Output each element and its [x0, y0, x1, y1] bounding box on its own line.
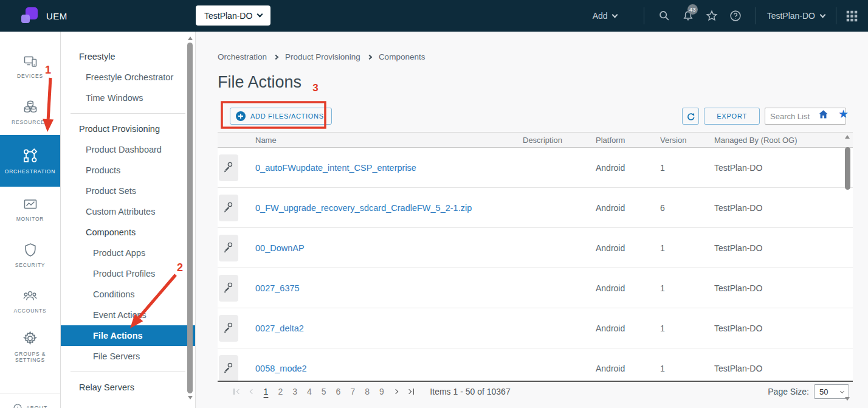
edit-pencil-icon[interactable]: [219, 235, 238, 261]
table-row[interactable]: 0027_6375 Android 1 TestPlan-DO: [218, 268, 853, 308]
chevron-left-icon: [249, 389, 254, 394]
chevron-right-icon: [393, 389, 398, 394]
file-action-name-link[interactable]: 0_FW_upgrade_recovery_sdcard_CradleFW_5_…: [243, 203, 523, 213]
notifications-bell-icon[interactable]: 43: [681, 9, 695, 22]
nav-item-products[interactable]: Products: [61, 160, 195, 181]
nav-item-product-dashboard[interactable]: Product Dashboard: [61, 139, 195, 160]
nav-header-components[interactable]: Components: [61, 222, 195, 243]
help-icon[interactable]: [729, 9, 742, 22]
table-row[interactable]: 0_FW_upgrade_recovery_sdcard_CradleFW_5_…: [218, 188, 853, 228]
last-page-button[interactable]: [407, 389, 415, 395]
add-menu-button[interactable]: Add: [593, 11, 617, 21]
scroll-up-arrow-icon[interactable]: [188, 36, 193, 40]
file-action-name-link[interactable]: 0_autoFWupdate_intent_CSP_enterprise: [243, 163, 523, 173]
account-selector[interactable]: TestPlan-DO: [767, 11, 825, 21]
nav-item-time-windows[interactable]: Time Windows: [61, 88, 195, 108]
sidebar-item-security[interactable]: SECURITY: [0, 232, 60, 278]
sidebar-item-orchestration[interactable]: ORCHESTRATION: [0, 135, 60, 187]
nav-item-freestyle-orchestrator[interactable]: Freestyle Orchestrator: [61, 67, 195, 88]
sidebar-item-devices[interactable]: DEVICES: [0, 44, 60, 89]
file-action-name-link[interactable]: 0058_mode2: [243, 364, 523, 373]
edit-pencil-icon[interactable]: [219, 355, 238, 381]
nav-header-relay-servers[interactable]: Relay Servers: [61, 377, 195, 398]
breadcrumb-orchestration[interactable]: Orchestration: [218, 52, 267, 61]
favorite-star-icon[interactable]: ★: [838, 108, 849, 120]
column-header-managed-by[interactable]: Managed By (Root OG): [714, 136, 853, 145]
nav-item-event-actions[interactable]: Event Actions: [61, 305, 195, 325]
page-number-7[interactable]: 7: [350, 387, 355, 396]
nav-item-product-apps[interactable]: Product Apps: [61, 243, 195, 263]
file-action-name-link[interactable]: 00_DownAP: [243, 243, 523, 253]
nav-item-product-profiles[interactable]: Product Profiles: [61, 263, 195, 284]
chevron-right-icon: [274, 54, 278, 59]
scroll-down-arrow-icon[interactable]: [188, 396, 193, 399]
breadcrumb-components[interactable]: Components: [379, 52, 425, 61]
breadcrumb-product-provisioning[interactable]: Product Provisioning: [285, 52, 360, 61]
scrollbar-thumb[interactable]: [845, 147, 850, 190]
sidebar-item-accounts[interactable]: ACCOUNTS: [0, 278, 60, 323]
table-row[interactable]: 0_autoFWupdate_intent_CSP_enterprise And…: [218, 148, 853, 188]
home-icon[interactable]: [818, 109, 829, 120]
monitor-icon: [22, 197, 38, 212]
page-number-6[interactable]: 6: [336, 387, 341, 396]
file-action-name-link[interactable]: 0027_delta2: [243, 323, 523, 333]
nav-item-conditions[interactable]: Conditions: [61, 284, 195, 305]
refresh-button[interactable]: [682, 108, 699, 125]
secondary-sidebar-scrollbar[interactable]: [187, 36, 193, 399]
accounts-icon: [22, 288, 38, 303]
file-actions-table: Name Description Platform Version Manage…: [218, 132, 853, 381]
prev-page-button[interactable]: [250, 390, 254, 393]
table-row[interactable]: 00_DownAP Android 1 TestPlan-DO: [218, 228, 853, 268]
sidebar-item-label: DEVICES: [17, 73, 43, 79]
nav-item-custom-attributes[interactable]: Custom Attributes: [61, 201, 195, 222]
nav-item-file-actions[interactable]: File Actions: [61, 325, 195, 346]
edit-pencil-icon[interactable]: [219, 275, 238, 302]
pagination-bar: 1 2 3 4 5 6 7 8 9 Items 1 - 50 of 10367 …: [218, 381, 853, 401]
sidebar-item-about[interactable]: ABOUT: [0, 393, 60, 408]
chevron-down-icon: [820, 12, 826, 18]
account-label: TestPlan-DO: [767, 11, 815, 21]
sidebar-item-label: RESOURCES: [12, 119, 49, 125]
topbar-divider: [836, 7, 836, 24]
column-header-version[interactable]: Version: [660, 136, 714, 145]
table-row[interactable]: 0027_delta2 Android 1 TestPlan-DO: [218, 308, 853, 348]
search-icon[interactable]: [658, 9, 671, 22]
refresh-icon: [686, 111, 696, 122]
organization-group-selector[interactable]: TestPlan-DO: [196, 5, 270, 26]
next-page-button[interactable]: [394, 390, 398, 393]
page-number-4[interactable]: 4: [307, 387, 312, 396]
page-number-5[interactable]: 5: [322, 387, 326, 396]
sidebar-item-groups-settings[interactable]: GROUPS & SETTINGS: [0, 323, 60, 369]
export-button[interactable]: EXPORT: [704, 108, 760, 125]
first-page-button[interactable]: [233, 389, 241, 395]
sidebar-item-monitor[interactable]: MONITOR: [0, 187, 60, 232]
scroll-up-arrow-icon[interactable]: [845, 135, 850, 139]
sidebar-item-resources[interactable]: RESOURCES: [0, 89, 60, 135]
file-action-name-link[interactable]: 0027_6375: [243, 283, 523, 293]
column-header-description[interactable]: Description: [523, 136, 596, 145]
favorites-star-icon[interactable]: [705, 9, 718, 22]
table-row[interactable]: 0058_mode2 Android 1 TestPlan-DO: [218, 348, 853, 381]
page-number-1[interactable]: 1: [264, 387, 269, 396]
nav-item-product-sets[interactable]: Product Sets: [61, 181, 195, 201]
app-grid-icon[interactable]: [845, 9, 858, 22]
edit-pencil-icon[interactable]: [219, 154, 238, 181]
column-header-name[interactable]: Name: [243, 136, 523, 145]
page-number-3[interactable]: 3: [292, 387, 297, 396]
scroll-down-arrow-icon[interactable]: [845, 397, 850, 401]
page-number-9[interactable]: 9: [379, 387, 384, 396]
page-size-value: 50: [819, 387, 828, 396]
edit-pencil-icon[interactable]: [219, 315, 238, 342]
cell-version: 6: [660, 203, 714, 213]
brand: UEM: [21, 7, 67, 24]
column-header-platform[interactable]: Platform: [596, 136, 660, 145]
page-number-2[interactable]: 2: [278, 387, 283, 396]
table-scrollbar[interactable]: [844, 135, 851, 401]
edit-pencil-icon[interactable]: [219, 195, 238, 221]
scrollbar-thumb[interactable]: [187, 43, 193, 393]
page-number-8[interactable]: 8: [365, 387, 370, 396]
nav-item-file-servers[interactable]: File Servers: [61, 346, 195, 367]
info-icon: [13, 403, 22, 408]
cell-managed-by: TestPlan-DO: [714, 364, 853, 373]
add-files-actions-button[interactable]: ADD FILES/ACTIONS: [230, 108, 332, 125]
